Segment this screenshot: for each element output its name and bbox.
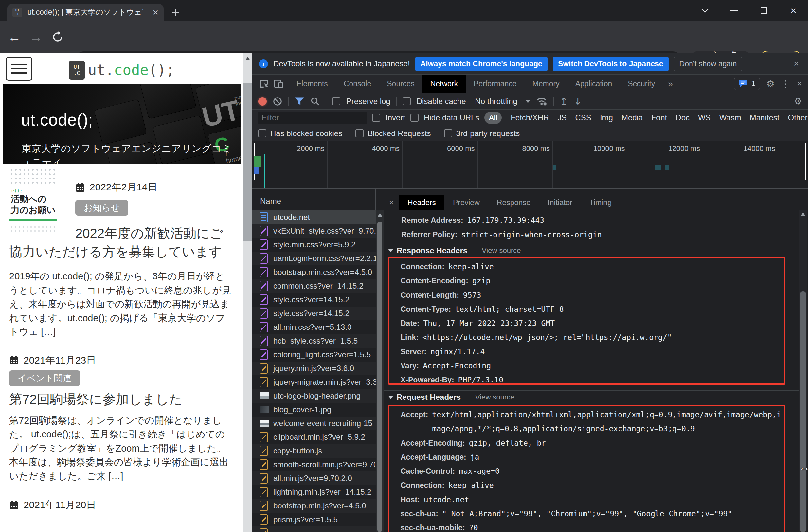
request-row[interactable]: bootstrap.min.css?ver=4.5.0 xyxy=(252,265,376,279)
request-headers-section[interactable]: Request Headers View source xyxy=(384,391,799,403)
page-scrollbar[interactable] xyxy=(243,53,252,532)
switch-japanese-button[interactable]: Switch DevTools to Japanese xyxy=(553,57,668,71)
inspect-element-button[interactable] xyxy=(257,77,271,90)
request-row[interactable]: smooth-scroll.min.js?ver=9.70 xyxy=(252,458,376,472)
hide-data-urls-checkbox[interactable] xyxy=(410,113,419,122)
reload-button[interactable] xyxy=(48,21,68,53)
network-conditions-icon[interactable] xyxy=(536,96,548,106)
request-type-chip[interactable]: Doc xyxy=(671,112,694,124)
filter-checkbox[interactable] xyxy=(444,129,452,137)
export-har-icon[interactable]: ↧ xyxy=(574,95,582,107)
request-type-chip[interactable]: Other xyxy=(784,112,808,124)
name-column-header[interactable]: Name xyxy=(252,189,376,210)
filter-checkbox[interactable] xyxy=(258,129,267,137)
scroll-up-icon[interactable] xyxy=(801,212,805,216)
request-row[interactable]: all.min.css?ver=5.13.0 xyxy=(252,320,376,334)
details-scrollbar-thumb[interactable] xyxy=(800,291,806,532)
tab-search-button[interactable] xyxy=(690,0,720,21)
detail-tab[interactable]: Preview xyxy=(444,195,488,210)
view-source-link[interactable]: View source xyxy=(475,393,514,401)
request-type-chip[interactable]: CSS xyxy=(571,112,595,124)
detail-tab[interactable]: Response xyxy=(488,195,539,210)
scroll-up-icon[interactable] xyxy=(245,57,250,60)
infobar-close-icon[interactable]: × xyxy=(794,59,802,69)
issues-counter-button[interactable]: 1 xyxy=(734,77,759,90)
request-list-scrollbar-thumb[interactable] xyxy=(377,221,382,532)
details-scrollbar[interactable] xyxy=(799,210,807,532)
request-row[interactable]: bootstrap.min.js?ver=4.5.0 xyxy=(252,499,376,513)
request-row[interactable]: jquery.min.js?ver=3.6.0 xyxy=(252,362,376,375)
response-headers-section[interactable]: Response Headers View source xyxy=(384,245,799,257)
request-row[interactable]: clipboard.min.js?ver=5.9.2 xyxy=(252,430,376,444)
request-type-chip[interactable]: Manifest xyxy=(746,112,784,124)
forward-button[interactable]: → xyxy=(26,21,46,53)
request-type-chip[interactable]: Img xyxy=(595,112,617,124)
request-row[interactable]: style.css?ver=14.15.2 xyxy=(252,293,376,307)
devtools-tab[interactable]: Application xyxy=(567,75,620,93)
collapse-triangle-icon[interactable] xyxy=(388,396,393,399)
devtools-tab[interactable]: Security xyxy=(620,75,663,93)
request-type-chip[interactable]: All xyxy=(484,112,502,124)
throttling-select[interactable]: No throttling xyxy=(475,97,517,106)
request-type-chip[interactable]: Font xyxy=(647,112,671,124)
devtools-tab[interactable]: Network xyxy=(422,75,466,93)
record-network-log-button[interactable] xyxy=(258,97,267,106)
disable-cache-checkbox[interactable] xyxy=(403,97,411,105)
request-row[interactable]: style.css?ver=14.15.2 xyxy=(252,307,376,320)
dont-show-again-button[interactable]: Don't show again xyxy=(674,57,742,71)
filter-funnel-icon[interactable] xyxy=(295,97,304,106)
collapse-triangle-icon[interactable] xyxy=(388,249,393,252)
dropdown-arrow-icon[interactable] xyxy=(525,100,531,103)
article-thumbnail[interactable]: e(); 活動への 力のお願い xyxy=(9,167,57,238)
settings-gear-icon[interactable]: ⚙ xyxy=(767,78,775,89)
import-har-icon[interactable]: ↥ xyxy=(559,95,568,107)
site-logo[interactable]: UT.C ut.code(); xyxy=(69,60,175,79)
devtools-tab[interactable]: Console xyxy=(336,75,379,93)
article-title[interactable]: 第72回駒場祭に参加しました xyxy=(9,390,234,408)
request-row[interactable]: all.min.js?ver=9.70.2.0 xyxy=(252,472,376,485)
detail-tab[interactable]: Timing xyxy=(581,195,620,210)
category-badge[interactable]: お知らせ xyxy=(75,200,128,216)
request-type-chip[interactable]: WS xyxy=(694,112,715,124)
devtools-tab[interactable]: Performance xyxy=(466,75,525,93)
devtools-close-icon[interactable]: × xyxy=(797,78,802,89)
network-overview-timeline[interactable]: 2000 ms4000 ms6000 ms8000 ms10000 ms1200… xyxy=(252,141,808,189)
filter-checkbox[interactable] xyxy=(355,129,364,137)
devtools-tab[interactable]: Sources xyxy=(379,75,422,93)
devtools-tab[interactable]: Elements xyxy=(289,75,336,93)
request-row[interactable]: lightning.min.js?ver=14.15.2 xyxy=(252,485,376,499)
devtools-tab[interactable]: Memory xyxy=(525,75,567,93)
network-settings-gear-icon[interactable]: ⚙ xyxy=(794,96,802,107)
request-row[interactable]: coloring_light.css?ver=1.5.5 xyxy=(252,348,376,362)
request-list-scrollbar[interactable] xyxy=(376,210,384,532)
request-row[interactable]: utc-logo-blog-header.png xyxy=(252,389,376,403)
detail-tab[interactable]: Initiator xyxy=(539,195,581,210)
more-tabs-button[interactable]: » xyxy=(663,79,678,89)
maximize-button[interactable] xyxy=(749,0,778,21)
device-toolbar-button[interactable] xyxy=(271,77,286,90)
request-row[interactable]: jquery-migrate.min.js?ver=3.3 xyxy=(252,375,376,389)
tab-close-icon[interactable]: × xyxy=(152,7,159,17)
clear-network-log-icon[interactable] xyxy=(273,96,282,106)
request-row[interactable]: prism.js?ver=1.5.5 xyxy=(252,513,376,527)
request-row[interactable]: utcode.net xyxy=(252,210,376,224)
browser-tab[interactable]: UT .C ut.code(); | 東京大学のソフトウェアエ × xyxy=(7,4,164,21)
detail-tab[interactable]: Headers xyxy=(399,195,444,210)
request-type-chip[interactable]: Wasm xyxy=(715,112,746,124)
request-row[interactable]: welcome-event-recruiting-15 xyxy=(252,417,376,430)
close-button[interactable]: × xyxy=(778,0,808,21)
request-row[interactable]: style.min.css?ver=5.9.2 xyxy=(252,238,376,252)
view-source-link[interactable]: View source xyxy=(482,246,521,255)
filter-input[interactable] xyxy=(258,112,367,124)
search-icon[interactable] xyxy=(310,96,320,106)
request-row[interactable]: vkExUnit_style.css?ver=9.70.2. xyxy=(252,224,376,238)
timeline-right-handle[interactable] xyxy=(805,143,806,180)
request-type-chip[interactable]: JS xyxy=(553,112,571,124)
match-language-button[interactable]: Always match Chrome's language xyxy=(415,57,548,71)
minimize-button[interactable] xyxy=(720,0,749,21)
invert-checkbox[interactable] xyxy=(372,113,380,122)
scroll-up-icon[interactable] xyxy=(378,213,382,217)
request-row[interactable]: blog_cover-1.jpg xyxy=(252,403,376,417)
close-details-icon[interactable]: × xyxy=(384,198,399,207)
devtools-menu-icon[interactable]: ⋮ xyxy=(781,78,790,89)
